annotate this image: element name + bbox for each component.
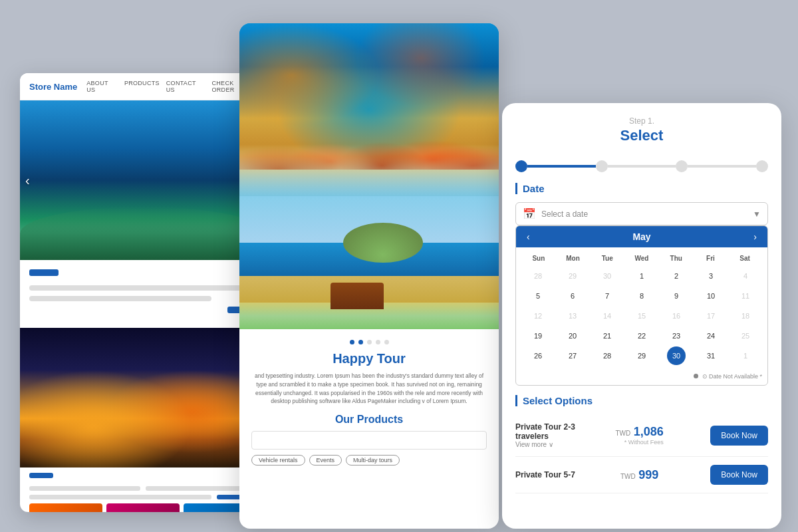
legend-dot-icon	[694, 374, 698, 378]
thumb-party	[106, 503, 180, 512]
cal-day[interactable]: 24	[702, 327, 720, 345]
cal-day[interactable]: 14	[598, 307, 616, 325]
city-lights-overlay	[20, 328, 266, 467]
product-thumbnails: ✕ SOLD OUT	[29, 503, 257, 512]
cal-day[interactable]: 25	[736, 327, 755, 345]
calendar-header: ‹ May ›	[516, 226, 767, 247]
store-website-card: Store Name ABOUT US PRODUCTS CONTACT US …	[20, 73, 266, 512]
options-section-title: Select Options	[515, 395, 768, 406]
calendar-icon: 📅	[523, 207, 536, 220]
cal-day[interactable]: 3	[702, 267, 720, 285]
cal-day[interactable]: 11	[736, 287, 755, 305]
cal-day[interactable]: 8	[632, 287, 651, 305]
step-title: Select	[515, 127, 768, 144]
skeleton-line-2	[29, 296, 211, 301]
tour-beach-image	[239, 196, 499, 329]
option-1-book-button[interactable]: Book Now	[710, 426, 768, 446]
date-select-bar[interactable]: 📅 Select a date ▼	[515, 202, 768, 225]
cal-day[interactable]: 27	[563, 346, 582, 365]
cal-day[interactable]: 28	[598, 346, 616, 365]
store-city-image	[20, 328, 266, 467]
cal-day[interactable]: 1	[736, 346, 755, 365]
tag-vehicle-rentals[interactable]: Vehicle rentals	[251, 455, 305, 466]
hero-prev-button[interactable]: ‹	[25, 173, 30, 188]
cal-day[interactable]: 5	[529, 287, 547, 305]
dot-4[interactable]	[376, 340, 380, 344]
cal-day[interactable]: 21	[598, 327, 616, 345]
cal-day[interactable]: 9	[667, 287, 686, 305]
nav-contact[interactable]: CONTACT US	[166, 80, 205, 93]
option-2-book-button[interactable]: Book Now	[710, 465, 768, 485]
nav-products[interactable]: PRODUCTS	[124, 80, 160, 93]
tour-image-dots	[251, 340, 487, 344]
day-sat: Sat	[728, 253, 762, 264]
step-label: Step 1.	[515, 116, 768, 126]
option-1-price: 1,086	[634, 425, 664, 438]
cal-day[interactable]: 26	[529, 346, 547, 365]
cal-day[interactable]: 29	[563, 267, 582, 285]
progress-dot-3	[676, 160, 688, 172]
option-1-fee: * Without Fees	[615, 439, 663, 446]
skeleton-line-1	[29, 285, 257, 291]
tour-description: and typesetting industry. Lorem Ipsum ha…	[251, 372, 487, 406]
dot-2[interactable]	[358, 340, 363, 344]
option-2-price: 999	[638, 468, 658, 481]
dot-3[interactable]	[367, 340, 372, 344]
option-1-price-area: TWD 1,086 * Without Fees	[615, 425, 663, 446]
cal-day[interactable]: 15	[632, 307, 651, 325]
hero-island	[20, 207, 266, 260]
options-section: Select Options Private Tour 2-3travelers…	[515, 395, 768, 493]
skeleton-row	[29, 486, 257, 491]
cal-day[interactable]: 1	[632, 267, 651, 285]
calendar-prev-button[interactable]: ‹	[524, 231, 533, 242]
tour-search-bar[interactable]	[251, 431, 487, 450]
beach-bungalow	[331, 283, 384, 309]
cal-day[interactable]: 2	[667, 267, 686, 285]
calendar-month: May	[533, 231, 751, 242]
cal-day[interactable]: 4	[736, 267, 755, 285]
tag-events[interactable]: Events	[309, 455, 342, 466]
day-thu: Thu	[659, 253, 694, 264]
nav-about[interactable]: ABOUT US	[86, 80, 118, 93]
cal-day[interactable]: 29	[632, 346, 651, 365]
option-2-info: Private Tour 5-7	[515, 470, 575, 479]
option-1-view-more[interactable]: View more ∨	[515, 441, 575, 448]
cal-day[interactable]: 22	[632, 327, 651, 345]
store-content	[20, 260, 266, 328]
cal-day[interactable]: 31	[702, 346, 720, 365]
cal-day[interactable]: 20	[563, 327, 582, 345]
progress-dot-2	[596, 160, 608, 172]
tag-multi-day-tours[interactable]: Multi-day tours	[346, 455, 400, 466]
cal-day[interactable]: 19	[529, 327, 547, 345]
beach-island	[343, 223, 423, 263]
cal-day[interactable]: 28	[529, 267, 547, 285]
cal-day[interactable]: 6	[563, 287, 582, 305]
tour-products-title: Our Products	[251, 414, 487, 426]
store-bottom-button[interactable]	[29, 473, 53, 478]
cal-day[interactable]: 23	[667, 327, 686, 345]
cal-day[interactable]: 12	[529, 307, 547, 325]
skeleton-sm-1	[29, 486, 140, 491]
booking-body: Date 📅 Select a date ▼ ‹ May › Sun Mon T…	[502, 183, 781, 504]
cal-day[interactable]: 13	[563, 307, 582, 325]
cal-day-selected[interactable]: 30	[667, 346, 686, 365]
skeleton-row-2	[29, 495, 257, 499]
calendar-next-button[interactable]: ›	[751, 231, 759, 242]
store-cta-button[interactable]	[29, 269, 59, 276]
tour-hero-coral	[239, 23, 499, 196]
cal-day[interactable]: 18	[736, 307, 755, 325]
booking-card: Step 1. Select Date 📅 Select a date ▼ ‹ …	[502, 103, 781, 529]
dot-5[interactable]	[384, 340, 389, 344]
cal-day[interactable]: 17	[702, 307, 720, 325]
store-bottom: ✕ SOLD OUT	[20, 467, 266, 512]
cal-day[interactable]: 7	[598, 287, 616, 305]
cal-day[interactable]: 16	[667, 307, 686, 325]
cal-day[interactable]: 30	[598, 267, 616, 285]
progress-line-3	[688, 165, 756, 168]
calendar-widget: ‹ May › Sun Mon Tue Wed Thu Fri Sat 28 2…	[515, 225, 768, 386]
date-select-text: Select a date	[541, 209, 753, 219]
dot-1[interactable]	[350, 340, 354, 344]
cal-day[interactable]: 10	[702, 287, 720, 305]
progress-track	[502, 160, 781, 183]
day-wed: Wed	[624, 253, 659, 264]
